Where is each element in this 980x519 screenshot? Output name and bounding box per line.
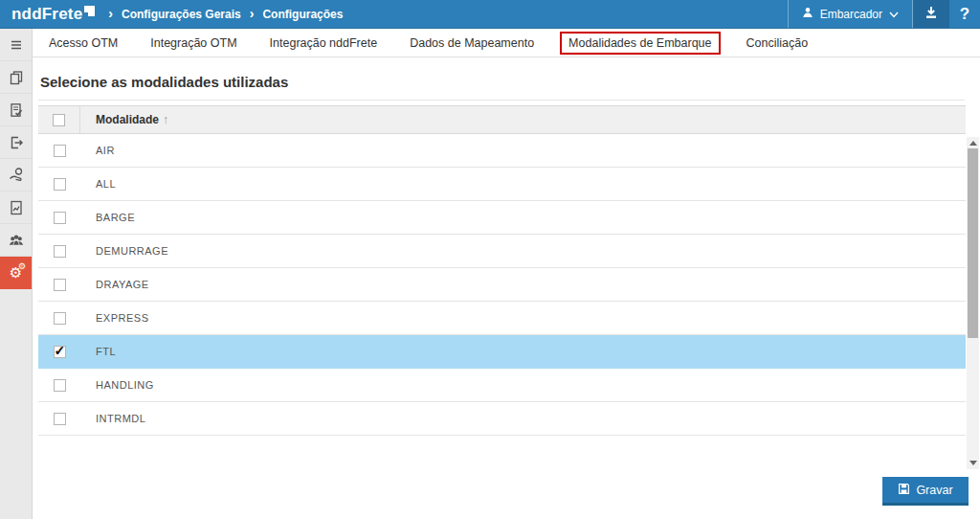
vertical-scrollbar[interactable] — [967, 137, 979, 469]
save-button[interactable]: Gravar — [882, 477, 969, 506]
row-label: ALL — [80, 178, 116, 190]
sidebar-item-copy-documents[interactable] — [0, 61, 32, 94]
column-header-label: Modalidade — [96, 113, 159, 126]
tab-conciliacao[interactable]: Conciliação — [730, 29, 825, 57]
logo-text: nddFrete — [11, 2, 82, 27]
table-row-ftl[interactable]: FTL — [38, 335, 966, 369]
sidebar-item-document-check[interactable] — [0, 94, 32, 126]
export-icon — [8, 134, 25, 151]
download-button[interactable] — [913, 0, 949, 28]
payment-hand-coin-icon — [8, 167, 25, 184]
tab-bar: Acesso OTM Integração OTM Integração ndd… — [33, 29, 980, 57]
table-row-drayage[interactable]: DRAYAGE — [38, 268, 966, 302]
row-label: FTL — [80, 346, 116, 357]
header-actions: Embarcador ? — [788, 0, 980, 28]
report-chart-icon — [8, 199, 25, 216]
save-button-label: Gravar — [916, 484, 952, 497]
main-content: Acesso OTM Integração OTM Integração ndd… — [33, 29, 980, 519]
tab-acesso-otm[interactable]: Acesso OTM — [33, 29, 134, 57]
table-row-air[interactable]: AIR — [38, 134, 966, 168]
tab-integracao-nddfrete[interactable]: Integração nddFrete — [254, 29, 394, 57]
table-row-barge[interactable]: BARGE — [38, 201, 966, 235]
row-label: BARGE — [80, 212, 135, 223]
row-label: INTRMDL — [80, 413, 145, 424]
row-checkbox[interactable] — [54, 312, 66, 325]
select-all-cell — [38, 106, 80, 133]
breadcrumb-configuracoes[interactable]: Configurações — [262, 8, 343, 21]
row-checkbox[interactable] — [54, 279, 66, 291]
user-menu[interactable]: Embarcador — [789, 0, 912, 28]
scrollbar-thumb[interactable] — [968, 148, 978, 338]
row-label: DRAYAGE — [80, 279, 149, 290]
user-icon — [802, 7, 813, 21]
logo-mark-icon — [84, 6, 95, 16]
help-icon: ? — [960, 5, 969, 24]
table-row-all[interactable]: ALL — [38, 168, 966, 201]
row-label: EXPRESS — [80, 312, 148, 324]
table-row-demurrage[interactable]: DEMURRAGE — [38, 235, 966, 268]
breadcrumb-chevron-icon: › — [250, 6, 255, 21]
settings-gear-small-icon: ⚙ — [18, 262, 26, 271]
chevron-down-icon — [889, 8, 899, 21]
document-check-icon — [8, 102, 25, 119]
column-header-modalidade[interactable]: Modalidade↑ — [80, 113, 168, 126]
sidebar-item-report[interactable] — [0, 192, 32, 224]
breadcrumb: › Configurações Gerais › Configurações — [108, 7, 343, 22]
row-label: DEMURRAGE — [80, 245, 168, 257]
sidebar-item-export[interactable] — [0, 126, 32, 159]
sidebar: ⚙ ⚙ — [0, 29, 33, 519]
table-row-intrmdl[interactable]: INTRMDL — [38, 402, 966, 436]
tab-modalidades-de-embarque[interactable]: Modalidades de Embarque — [560, 32, 720, 55]
copy-documents-icon — [8, 69, 25, 86]
row-checkbox[interactable] — [54, 145, 66, 157]
row-checkbox[interactable] — [54, 379, 66, 392]
sort-ascending-icon: ↑ — [163, 113, 168, 126]
modalidades-table: Modalidade↑ AIR ALL BARGE DEMURRAGE DRAY… — [38, 105, 966, 470]
download-icon — [924, 5, 939, 24]
sidebar-item-payment[interactable] — [0, 159, 32, 192]
table-row-express[interactable]: EXPRESS — [38, 302, 966, 335]
row-label: AIR — [80, 145, 115, 156]
row-checkbox[interactable] — [54, 245, 66, 258]
help-button[interactable]: ? — [949, 0, 980, 28]
table-row-partial — [38, 436, 966, 470]
row-checkbox[interactable] — [54, 346, 66, 358]
tab-dados-de-mapeamento[interactable]: Dados de Mapeamento — [393, 29, 550, 57]
scrollbar-down-arrow[interactable] — [967, 457, 979, 469]
table-header-row: Modalidade↑ — [38, 105, 966, 134]
page-title: Selecione as modalidades utilizadas — [38, 57, 965, 101]
row-checkbox[interactable] — [54, 413, 66, 425]
row-label: HANDLING — [80, 379, 154, 391]
table-row-handling[interactable]: HANDLING — [38, 369, 966, 402]
app-logo[interactable]: nddFrete — [11, 2, 95, 27]
row-checkbox[interactable] — [54, 178, 66, 191]
sidebar-item-settings[interactable]: ⚙ ⚙ — [0, 257, 32, 289]
tab-integracao-otm[interactable]: Integração OTM — [134, 29, 253, 57]
breadcrumb-chevron-icon: › — [108, 6, 113, 21]
top-header: nddFrete › Configurações Gerais › Config… — [0, 0, 980, 29]
sidebar-item-menu[interactable] — [0, 29, 32, 61]
menu-icon — [8, 36, 25, 54]
users-group-icon — [8, 232, 25, 249]
sidebar-item-users[interactable] — [0, 224, 32, 257]
user-menu-label: Embarcador — [820, 8, 882, 21]
row-checkbox[interactable] — [54, 212, 66, 224]
save-icon — [898, 483, 910, 498]
select-all-checkbox[interactable] — [53, 114, 65, 126]
breadcrumb-configuracoes-gerais[interactable]: Configurações Gerais — [122, 8, 241, 21]
